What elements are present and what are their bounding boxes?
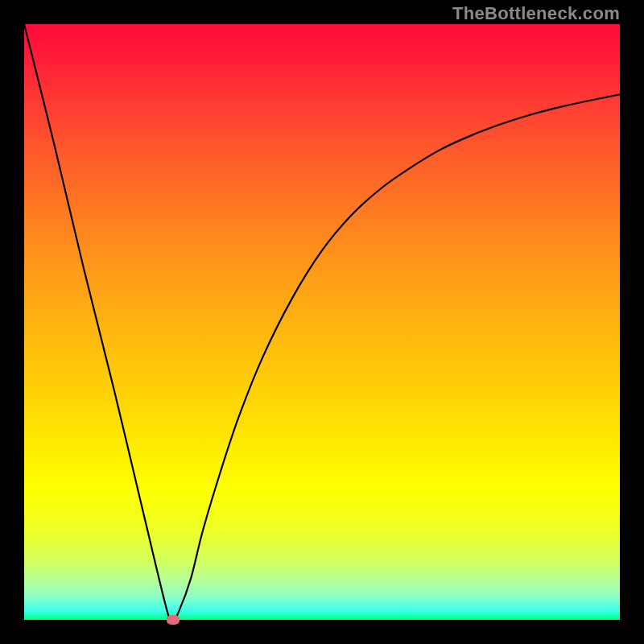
minimum-marker [167,615,180,625]
bottleneck-curve [24,24,620,620]
curve-layer [24,24,620,620]
chart-frame: TheBottleneck.com [0,0,644,644]
watermark-text: TheBottleneck.com [452,3,620,24]
plot-area [24,24,620,620]
